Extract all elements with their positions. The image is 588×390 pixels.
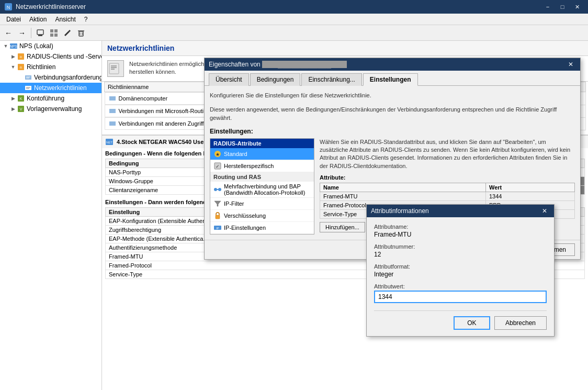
sidebar-richtlinien-label: Richtlinien [27,63,55,71]
settings-item-ipeinstellungen[interactable]: IP IP-Einstellungen [210,222,314,234]
toolbar: ← → [0,25,588,41]
attr-dialog-title-text: Attributinformationen [371,207,539,215]
radius-icon: R [17,52,25,61]
attributwert-label: Attributwert: [374,283,547,289]
app-icon: N [4,3,13,11]
settings-verschlusselung-label: Verschlüsselung [224,213,266,219]
expand-radius-icon: ▶ [9,53,17,60]
tab-einstellungen[interactable]: Einstellungen [363,73,418,86]
richtlinien-icon: R [17,63,25,71]
sidebar-vorlage-label: Vorlagenverwaltung [27,105,82,113]
svg-rect-21 [25,86,31,90]
config-note1: Konfigurieren Sie die Einstellungen für … [210,91,575,100]
svg-rect-18 [25,75,31,80]
desc-icon [107,60,124,77]
settings-item-ipfilter[interactable]: IP-Filter [210,198,314,210]
svg-text:R: R [20,55,22,59]
dialog-close-button[interactable]: ✕ [566,59,576,70]
settings-left-panel: RADIUS-Attribute ★ Standard ✓ Hersteller… [210,138,314,235]
minimize-button[interactable]: − [541,0,555,14]
svg-rect-6 [50,34,53,37]
konto-icon: K [17,94,25,103]
sidebar-netzwerk-label: Netzwerkrichtlinien [34,84,87,92]
netzwerk-icon [24,84,32,92]
settings-ip-label: IP-Einstellungen [224,225,266,231]
attr-name: Framed-MTU [320,192,486,201]
menu-help[interactable]: ? [80,15,92,24]
nps-icon: NPS [9,42,18,50]
sidebar-item-nps[interactable]: ▼ NPS NPS (Lokal) [0,41,101,51]
svg-text:NET: NET [106,141,112,144]
dialog-title-bar: Eigenschaften von ████████████ ✕ [205,58,580,71]
maximize-button[interactable]: □ [556,0,569,14]
svg-marker-45 [214,201,221,206]
menu-ansicht[interactable]: Ansicht [51,15,80,24]
ipfilter-icon [213,199,222,208]
expand-richtlinien-icon: ▼ [9,63,17,71]
sidebar-item-vorlage[interactable]: ▶ V Vorlagenverwaltung [0,104,101,114]
svg-rect-3 [38,35,42,36]
attr-wert: 1344 [485,192,574,201]
toolbar-edit[interactable] [61,27,74,39]
sidebar-item-konto[interactable]: ▶ K Kontoführung [0,93,101,104]
expand-verbindung-icon [17,74,24,81]
tab-einschrankung[interactable]: Einschränkung... [301,73,361,86]
svg-rect-34 [109,121,116,126]
attr-dialog-close-button[interactable]: ✕ [539,206,550,216]
toolbar-grid[interactable] [48,27,60,39]
sidebar-item-radius[interactable]: ▶ R RADIUS-Clients und -Server [0,51,101,62]
settings-item-standard[interactable]: ★ Standard [210,148,314,160]
attr-row[interactable]: Framed-MTU 1344 [320,192,575,201]
svg-rect-32 [109,96,116,101]
ipeinstellungen-icon: IP [213,224,222,232]
svg-text:N: N [7,5,10,10]
svg-point-43 [218,188,221,191]
attributwert-input[interactable] [374,291,547,303]
settings-item-verschlusselung[interactable]: Verschlüsselung [210,210,314,222]
svg-text:✓: ✓ [216,164,220,169]
attributformat-label: Attributformat: [374,263,547,270]
tab-bedingungen[interactable]: Bedingungen [250,73,301,86]
attr-col-wert: Wert [485,183,574,192]
sidebar-item-verbindung[interactable]: Verbindungsanforderung... [0,72,101,83]
title-bar-text: Netzwerkrichtlinienserver [16,3,541,10]
hinzufuegen-button[interactable]: Hinzufügen... [320,222,365,232]
dialog-title: Eigenschaften von ████████████ [209,61,566,68]
svg-text:★: ★ [216,152,220,157]
svg-text:K: K [20,97,22,101]
settings-item-herstellerspezifisch[interactable]: ✓ Herstellerspezifisch [210,160,314,172]
attr-ok-button[interactable]: OK [454,316,490,330]
sidebar-radius-label: RADIUS-Clients und -Server [27,53,102,60]
toolbar-forward[interactable]: → [16,27,28,39]
menu-aktion[interactable]: Aktion [25,15,51,24]
radius-header: RADIUS-Attribute [210,139,314,148]
sidebar: ▼ NPS NPS (Lokal) ▶ R RADIUS-Clients und… [0,41,102,390]
title-bar: N Netzwerkrichtlinienserver − □ ✕ [0,0,588,14]
svg-text:R: R [20,66,22,69]
attributformat-value: Integer [374,271,547,278]
tab-ubersicht[interactable]: Übersicht [209,73,249,86]
attributnummer-value: 12 [374,251,547,258]
svg-rect-46 [216,215,220,219]
expand-netzwerk-icon [17,84,24,92]
attributname-value: Framed-MTU [374,231,547,238]
panel-header: Netzwerkrichtlinien [102,41,588,56]
toolbar-sep1 [31,28,31,38]
expand-icon: ▼ [2,42,9,50]
menu-datei[interactable]: Datei [2,15,25,24]
sidebar-konto-label: Kontoführung [27,95,64,102]
sidebar-item-netzwerk[interactable]: Netzwerkrichtlinien [0,83,101,93]
stock-header: 4.Stock NETGEAR WAC540 User [117,139,206,145]
verschlusselung-icon [213,211,222,220]
settings-mehrfach-label: Mehrfachverbindung und BAP (Bandwidth Al… [224,183,311,196]
toolbar-up[interactable] [34,27,47,39]
toolbar-delete[interactable] [75,27,87,39]
toolbar-back[interactable]: ← [2,27,15,39]
settings-hersteller-label: Herstellerspezifisch [224,163,274,169]
sidebar-verbindung-label: Verbindungsanforderung... [34,74,102,81]
sidebar-item-richtlinien[interactable]: ▼ R Richtlinien [0,62,101,72]
svg-rect-4 [50,29,53,32]
close-button[interactable]: ✕ [570,0,584,14]
settings-item-mehrfach[interactable]: Mehrfachverbindung und BAP (Bandwidth Al… [210,182,314,198]
attr-abbrechen-button[interactable]: Abbrechen [494,316,547,330]
